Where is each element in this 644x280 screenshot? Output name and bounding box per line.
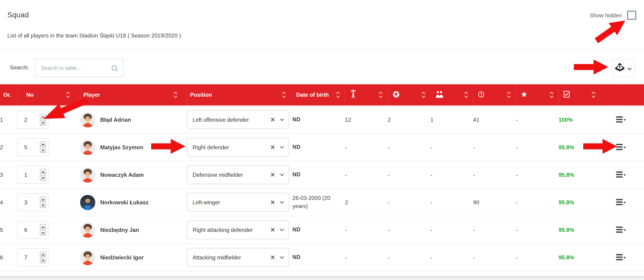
chevron-down-icon[interactable]: [280, 256, 284, 259]
table-header-row: Or. No Player Position Date of birth: [0, 84, 644, 106]
athlete-icon: [350, 90, 356, 100]
stepper-down-button[interactable]: [40, 148, 46, 153]
cell-attendance: 95.8%: [558, 189, 616, 216]
star-icon: [521, 91, 527, 99]
cell-goals: -: [388, 161, 430, 189]
cell-goals: 2: [388, 106, 430, 134]
row-menu-button[interactable]: [616, 144, 626, 150]
cell-matches: -: [345, 216, 388, 244]
shirt-number-input[interactable]: [17, 221, 48, 239]
stepper-down-button[interactable]: [40, 120, 46, 125]
number-stepper: [40, 224, 46, 235]
number-stepper: [40, 114, 46, 125]
column-header-rating[interactable]: [516, 84, 559, 106]
stepper-down-button[interactable]: [40, 258, 46, 263]
cell-order: 1: [0, 106, 17, 134]
stepper-up-button[interactable]: [40, 169, 46, 174]
search-label: Search:: [10, 65, 29, 71]
column-header-minutes[interactable]: [473, 84, 516, 106]
position-select[interactable]: Right attacking defender ✕: [187, 220, 289, 239]
stepper-up-button[interactable]: [40, 114, 46, 119]
export-button[interactable]: [612, 59, 635, 77]
clear-icon[interactable]: ✕: [270, 172, 275, 178]
cell-assists: 1: [430, 106, 473, 134]
shirt-number-input[interactable]: [17, 248, 48, 266]
column-header-assists[interactable]: [430, 84, 473, 106]
player-avatar: [80, 167, 95, 182]
stepper-down-button[interactable]: [40, 175, 46, 180]
row-menu-button[interactable]: [616, 226, 626, 233]
cell-order: 2: [0, 134, 17, 161]
cell-position: Defensive midfielder ✕: [187, 161, 292, 189]
position-select[interactable]: Left-winger ✕: [187, 193, 289, 212]
row-menu-button[interactable]: [616, 116, 626, 123]
clear-icon[interactable]: ✕: [270, 254, 275, 260]
page-subtitle: List of all players in the team Stadion …: [8, 32, 181, 39]
column-header-date-of-birth[interactable]: Date of birth: [292, 84, 345, 106]
column-header-goals[interactable]: [388, 84, 430, 106]
search-box: [35, 59, 124, 77]
position-select[interactable]: Left offensive defender ✕: [187, 110, 289, 129]
player-name: Błąd Adrian: [100, 117, 131, 123]
position-select[interactable]: Attacking midfielder ✕: [187, 248, 289, 267]
two-players-icon: [435, 91, 444, 99]
stepper-up-button[interactable]: [40, 224, 46, 229]
table-row: 1: [0, 106, 644, 134]
shirt-number-input[interactable]: [17, 111, 48, 129]
cell-date-of-birth: ND: [292, 216, 345, 244]
player-avatar: [80, 250, 95, 265]
column-header-player[interactable]: Player: [80, 84, 187, 106]
column-header-matches[interactable]: [345, 84, 388, 106]
shirt-number-input[interactable]: [17, 193, 48, 211]
cell-position: Left-winger ✕: [187, 189, 292, 216]
chevron-down-icon[interactable]: [280, 146, 284, 149]
clear-icon[interactable]: ✕: [270, 117, 275, 123]
sort-icon: [592, 92, 596, 98]
clear-icon[interactable]: ✕: [270, 199, 275, 205]
position-select[interactable]: Right defender ✕: [187, 138, 289, 157]
cell-position: Left offensive defender ✕: [187, 106, 292, 134]
table-row: 4: [0, 189, 644, 216]
search-input[interactable]: [35, 59, 123, 77]
chevron-down-icon[interactable]: [280, 201, 284, 204]
cell-goals: -: [388, 216, 430, 244]
cell-position: Attacking midfielder ✕: [187, 244, 292, 271]
player-avatar: [80, 222, 95, 237]
chevron-down-icon[interactable]: [280, 173, 284, 176]
stepper-up-button[interactable]: [40, 141, 46, 147]
stepper-down-button[interactable]: [40, 203, 46, 208]
column-header-position[interactable]: Position: [187, 84, 292, 106]
clock-icon: [478, 91, 484, 99]
clear-icon[interactable]: ✕: [270, 227, 275, 233]
table-row: 2: [0, 134, 644, 161]
stepper-up-button[interactable]: [40, 251, 46, 257]
number-stepper: [40, 251, 46, 263]
row-menu-button[interactable]: [616, 254, 626, 260]
chevron-down-icon[interactable]: [280, 118, 284, 121]
caret-down-icon: [624, 119, 626, 121]
player-name: Nowaczyk Adam: [100, 172, 144, 178]
position-value: Right attacking defender: [187, 227, 253, 233]
row-menu-button[interactable]: [616, 199, 626, 205]
shirt-number-input[interactable]: [17, 138, 48, 156]
column-header-number[interactable]: No: [17, 84, 80, 106]
sort-icon: [66, 92, 70, 98]
cell-date-of-birth: ND: [292, 161, 345, 189]
chevron-down-icon[interactable]: [280, 228, 284, 231]
shirt-number-input[interactable]: [17, 166, 48, 184]
cell-minutes: -: [473, 244, 516, 271]
caret-down-icon: [624, 229, 626, 231]
position-select[interactable]: Defensive midfielder ✕: [187, 165, 289, 184]
row-menu-button[interactable]: [616, 171, 626, 178]
cell-minutes: 90: [473, 189, 516, 216]
cell-number: [17, 244, 80, 271]
stepper-up-button[interactable]: [40, 196, 46, 202]
column-header-attendance[interactable]: [558, 84, 616, 106]
clear-icon[interactable]: ✕: [270, 144, 275, 150]
cell-rating: -: [516, 189, 559, 216]
show-hidden-checkbox[interactable]: [627, 11, 636, 20]
cell-player: Niezbędny Jan: [80, 216, 187, 244]
cell-minutes: 41: [473, 106, 516, 134]
stepper-down-button[interactable]: [40, 230, 46, 235]
cell-matches: -: [345, 244, 388, 271]
